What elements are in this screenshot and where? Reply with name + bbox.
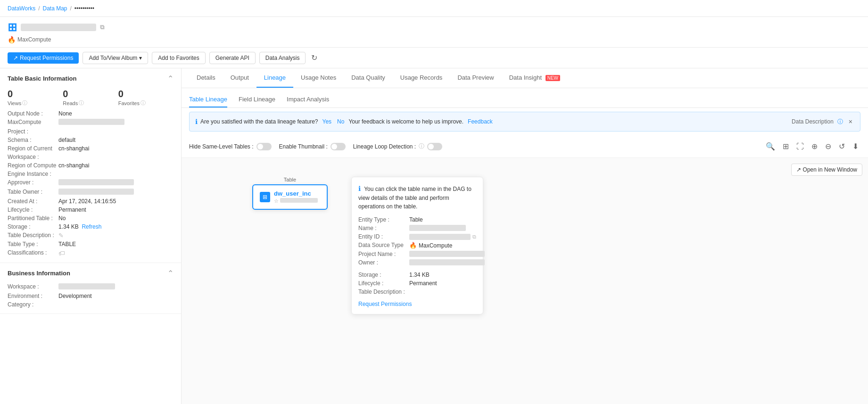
- sub-tab-table-lineage[interactable]: Table Lineage: [189, 92, 227, 107]
- datasource-name: MaxCompute: [17, 36, 51, 43]
- tab-lineage[interactable]: Lineage: [256, 68, 293, 88]
- collapse-section2-button[interactable]: ⌃: [167, 269, 174, 278]
- hide-same-level-toggle[interactable]: [256, 143, 272, 150]
- main-tabs: Details Output Lineage Usage Notes Data …: [182, 68, 868, 88]
- lineage-loop-toggle-row: Lineage Loop Detection : ⓘ: [353, 142, 442, 150]
- views-stat: 0 Views ⓘ: [8, 89, 63, 107]
- open-new-window-button[interactable]: ↗ Open in New Window: [791, 164, 862, 176]
- tab-data-preview[interactable]: Data Preview: [450, 68, 501, 88]
- download-button[interactable]: ⬇: [851, 140, 860, 153]
- close-banner-button[interactable]: ×: [847, 116, 854, 127]
- breadcrumb-current: ••••••••••: [74, 5, 94, 12]
- add-to-album-button[interactable]: Add To/View Album ▾: [83, 52, 148, 64]
- lineage-toolbar: Hide Same-Level Tables : Enable Thumbnai…: [182, 135, 868, 158]
- tab-data-quality[interactable]: Data Quality: [344, 68, 393, 88]
- table-node[interactable]: ⊞ dw_user_inc ☆: [252, 184, 328, 210]
- sub-tab-impact-analysis[interactable]: Impact Analysis: [287, 92, 329, 107]
- yes-link[interactable]: Yes: [322, 118, 332, 125]
- collapse-section1-button[interactable]: ⌃: [167, 74, 174, 83]
- popup-mc-icon: 🔥: [409, 242, 417, 249]
- title-text: [21, 24, 96, 31]
- data-desc-info-icon[interactable]: ⓘ: [837, 118, 843, 126]
- sub-tab-field-lineage[interactable]: Field Lineage: [239, 92, 275, 107]
- maxcompute-icon: 🔥: [8, 36, 16, 43]
- grid-view-button[interactable]: ⊞: [781, 140, 791, 153]
- entity-id-copy-icon[interactable]: ⧉: [472, 234, 476, 240]
- views-info-icon[interactable]: ⓘ: [22, 99, 27, 107]
- table-node-container: Table ⊞ dw_user_inc ☆: [252, 177, 328, 210]
- enable-thumbnail-toggle-row: Enable Thumbnail :: [279, 143, 346, 150]
- popup-project-blurred: [409, 251, 485, 257]
- search-canvas-button[interactable]: 🔍: [764, 140, 777, 153]
- reads-info-icon[interactable]: ⓘ: [79, 99, 84, 107]
- refresh-button[interactable]: ↻: [309, 51, 319, 64]
- sidebar-section1-title: Table Basic Information: [8, 75, 76, 82]
- lineage-loop-info-icon[interactable]: ⓘ: [419, 142, 424, 150]
- entity-id-blurred: [409, 234, 471, 240]
- business-info-grid: Workspace : Environment : Development Ca…: [8, 283, 174, 308]
- sidebar: Table Basic Information ⌃ 0 Views ⓘ 0 Re…: [0, 68, 182, 404]
- reset-view-button[interactable]: ↺: [837, 140, 847, 153]
- generate-api-button[interactable]: Generate API: [209, 52, 256, 64]
- table-node-icon: ⊞: [260, 192, 270, 202]
- external-icon: ↗: [13, 55, 18, 61]
- zoom-in-button[interactable]: ⊕: [810, 140, 819, 153]
- star-icon: ☆: [274, 198, 279, 204]
- request-permissions-button[interactable]: ↗ Request Permissions: [8, 52, 79, 64]
- popup-name-blurred: [409, 225, 466, 231]
- lineage-info-popup: ℹ You can click the table name in the DA…: [351, 177, 483, 314]
- popup-owner-blurred: [409, 259, 485, 265]
- zoom-out-button[interactable]: ⊖: [823, 140, 833, 153]
- external-link-icon: ↗: [796, 166, 801, 173]
- tab-details[interactable]: Details: [189, 68, 223, 88]
- new-badge: NEW: [546, 75, 560, 81]
- breadcrumb-dataworks[interactable]: DataWorks: [8, 5, 35, 12]
- popup-info-icon: ℹ: [358, 185, 361, 192]
- feedback-banner: ℹ Are you satisfied with the data lineag…: [189, 112, 860, 132]
- hide-same-level-toggle-row: Hide Same-Level Tables :: [189, 143, 272, 150]
- sub-tabs: Table Lineage Field Lineage Impact Analy…: [182, 88, 868, 108]
- tag-icon[interactable]: 🏷: [58, 249, 65, 257]
- fit-view-button[interactable]: ⛶: [794, 140, 806, 153]
- feedback-link[interactable]: Feedback: [468, 118, 493, 125]
- tab-usage-records[interactable]: Usage Records: [393, 68, 450, 88]
- table-title: ⊞ ⧉: [8, 21, 860, 34]
- reads-stat: 0 Reads ⓘ: [63, 89, 118, 107]
- no-link[interactable]: No: [337, 118, 344, 125]
- table-meta-blurred: [280, 198, 318, 203]
- enable-thumbnail-toggle[interactable]: [331, 143, 346, 150]
- info-icon: ℹ: [195, 118, 198, 125]
- datasource-label: 🔥 MaxCompute: [8, 36, 860, 43]
- copy-icon[interactable]: ⧉: [100, 24, 104, 31]
- popup-request-permissions-link[interactable]: Request Permissions: [358, 301, 412, 307]
- favorites-stat: 0 Favorites ⓘ: [118, 89, 174, 107]
- tab-usage-notes[interactable]: Usage Notes: [293, 68, 344, 88]
- lineage-loop-toggle[interactable]: [427, 143, 442, 150]
- data-analysis-button[interactable]: Data Analysis: [259, 52, 306, 64]
- breadcrumb: DataWorks / Data Map / ••••••••••: [0, 0, 868, 17]
- stats-row: 0 Views ⓘ 0 Reads ⓘ 0 Favorit: [8, 89, 174, 107]
- edit-description-icon[interactable]: ✎: [58, 232, 64, 239]
- favorites-info-icon[interactable]: ⓘ: [141, 99, 146, 107]
- table-info-grid: Output Node : None MaxCompute Project : …: [8, 110, 174, 257]
- breadcrumb-datamap[interactable]: Data Map: [42, 5, 67, 12]
- sidebar-section2-title: Business Information: [8, 270, 70, 277]
- add-to-favorites-button[interactable]: Add to Favorites: [152, 52, 205, 64]
- refresh-storage-link[interactable]: Refresh: [82, 223, 101, 230]
- tab-data-insight[interactable]: Data Insight NEW: [502, 68, 568, 88]
- action-bar: ↗ Request Permissions Add To/View Album …: [0, 48, 868, 68]
- dropdown-icon: ▾: [139, 55, 142, 61]
- tab-output[interactable]: Output: [223, 68, 256, 88]
- content-area: Details Output Lineage Usage Notes Data …: [182, 68, 868, 404]
- lineage-canvas: ↗ Open in New Window Table ⊞ dw_user_inc…: [182, 158, 868, 404]
